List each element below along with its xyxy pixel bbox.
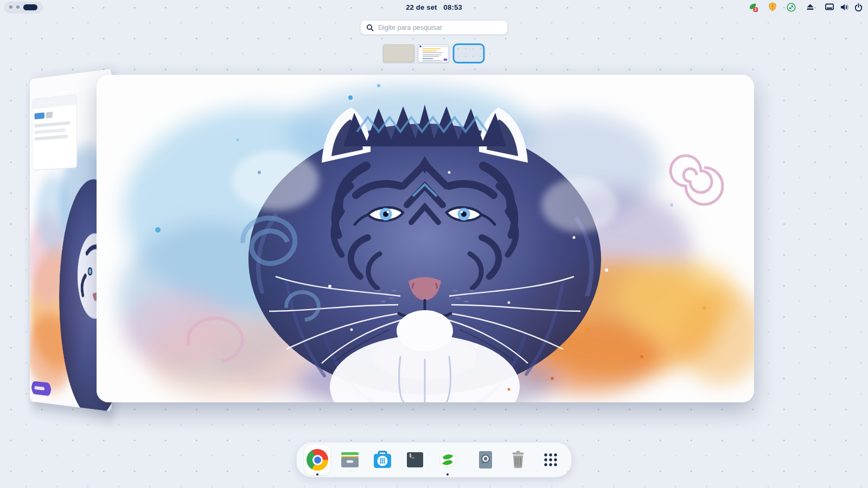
mini-purple-widget [444,59,448,61]
dock-zapzap[interactable] [435,445,461,475]
dock-trash[interactable] [505,445,531,475]
clock[interactable]: 22 de set 08:53 [406,3,462,11]
running-indicator [316,473,319,476]
search-input[interactable] [378,24,502,31]
terminal-icon: $_ [404,449,426,471]
workspace-thumbnail-3-selected[interactable] [453,43,485,63]
trash-icon [507,449,529,471]
mini-browser-toolbar [419,45,449,47]
workspace-active-pill[interactable] [23,4,37,10]
files-icon [339,449,361,471]
green-leaf-app-icon[interactable]: 3 [748,2,758,12]
svg-text:3: 3 [755,7,757,12]
dock-show-apps[interactable] [538,445,564,475]
software-icon [372,449,393,471]
zapzap-icon [437,449,458,471]
time-label: 08:53 [444,3,462,11]
workspace-dot-2[interactable] [16,5,20,9]
dock: $_ [297,442,571,477]
chrome-icon [307,449,328,471]
power-icon[interactable] [853,2,864,12]
workspace-thumbnail-2[interactable] [418,44,449,62]
system-tray: 3 [739,2,864,12]
mini-favicon [420,46,422,47]
dock-files[interactable] [337,445,363,475]
workspace-thumbnails [384,43,485,63]
running-indicator [446,473,449,476]
dock-software[interactable] [369,445,395,475]
workspace-indicator[interactable] [4,2,42,12]
eject-icon[interactable] [805,2,815,12]
app-grid-icon [540,449,561,471]
search-bar[interactable] [360,20,508,35]
workspace-dot-1[interactable] [9,5,12,9]
remote-sync-status-icon[interactable] [786,2,796,12]
current-workspace-wallpaper[interactable] [97,75,754,402]
workspace-thumbnail-1[interactable] [384,44,414,62]
display-icon[interactable] [824,2,834,12]
search-icon [366,24,374,31]
top-bar: 22 de set 08:53 3 [0,0,868,14]
date-label: 22 de set [406,3,437,11]
security-shield-warning-icon[interactable] [767,2,777,12]
drive-utility-icon [475,449,496,471]
volume-icon[interactable] [839,2,849,12]
dock-chrome[interactable] [304,445,330,475]
dock-drive-utility[interactable] [473,445,499,475]
dock-terminal[interactable]: $_ [402,445,428,475]
svg-text:$_: $_ [409,453,414,458]
